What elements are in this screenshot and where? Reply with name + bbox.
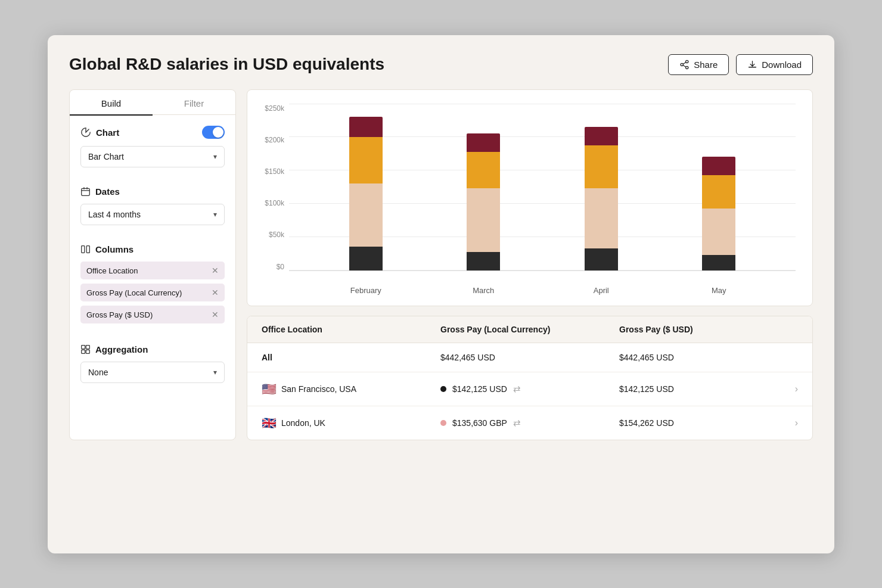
bar-seg-apr-dark	[585, 248, 618, 270]
chart-inner	[289, 104, 796, 271]
header: Global R&D salaries in USD equivalents S…	[69, 54, 813, 75]
content-area: $0 $50k $100k $150k $200k $250k	[247, 89, 813, 440]
bar-seg-may-tan	[702, 209, 735, 255]
svg-rect-5	[82, 188, 90, 195]
column-tag-office-remove[interactable]: ✕	[212, 266, 219, 275]
bar-seg-mar-orange	[467, 152, 500, 189]
share-label: Share	[694, 60, 718, 70]
calendar-icon	[80, 186, 91, 197]
bar-seg-feb-red	[349, 117, 383, 136]
chart-area: $0 $50k $100k $150k $200k $250k	[258, 104, 796, 295]
all-local-value: $442,465 USD	[440, 353, 495, 362]
london-exchange-icon: ⇄	[513, 418, 521, 428]
chart-icon	[80, 127, 91, 138]
x-label-march: March	[467, 286, 500, 295]
bar-april	[585, 127, 618, 270]
app-container: Global R&D salaries in USD equivalents S…	[48, 35, 834, 553]
download-icon	[747, 60, 757, 70]
sf-chevron-right[interactable]: ›	[795, 384, 798, 394]
svg-rect-7	[86, 246, 89, 253]
column-tag-gross-usd-remove[interactable]: ✕	[212, 310, 219, 319]
aggregation-dropdown[interactable]: None ▾	[80, 362, 225, 383]
x-label-april: April	[585, 286, 618, 295]
chart-type-value: Bar Chart	[88, 152, 124, 161]
bar-seg-mar-dark	[467, 252, 500, 270]
london-local-value: $135,630 GBP	[452, 418, 507, 428]
bar-seg-may-red	[702, 157, 735, 175]
svg-line-4	[683, 65, 686, 67]
bars-container	[289, 104, 796, 270]
bar-seg-may-orange	[702, 175, 735, 209]
svg-point-2	[681, 63, 683, 66]
table-row-all[interactable]: All $442,465 USD $442,465 USD	[247, 343, 812, 372]
cell-london-local: $135,630 GBP ⇄	[440, 418, 619, 428]
dates-section: Dates Last 4 months ▾	[70, 176, 235, 225]
svg-line-3	[683, 62, 686, 64]
chart-type-dropdown[interactable]: Bar Chart ▾	[80, 146, 225, 167]
aggregation-section-label: Aggregation	[80, 344, 225, 354]
cell-sf-local: $142,125 USD ⇄	[440, 384, 619, 394]
svg-rect-11	[86, 350, 89, 353]
cell-all-local: $442,465 USD	[440, 353, 619, 362]
london-location-label: London, UK	[281, 418, 325, 428]
aggregation-value: None	[88, 368, 108, 377]
london-dot	[440, 420, 446, 426]
table-row-sf[interactable]: 🇺🇸 San Francisco, USA $142,125 USD ⇄ $14…	[247, 372, 812, 406]
table-card: Office Location Gross Pay (Local Currenc…	[247, 316, 813, 440]
main-layout: Build Filter Chart Bar Chart ▾	[69, 89, 813, 440]
sidebar-tabs: Build Filter	[70, 90, 235, 116]
x-label-february: February	[349, 286, 383, 295]
bar-april-stack	[585, 127, 618, 270]
table-header-row: Office Location Gross Pay (Local Currenc…	[247, 316, 812, 343]
columns-label: Columns	[95, 244, 133, 254]
chart-card: $0 $50k $100k $150k $200k $250k	[247, 89, 813, 306]
dates-chevron: ▾	[213, 210, 217, 219]
column-tag-gross-local-remove[interactable]: ✕	[212, 288, 219, 297]
y-label-250k: $250k	[265, 104, 284, 113]
col-header-location: Office Location	[262, 325, 440, 334]
bar-february-stack	[349, 117, 383, 270]
cell-london-location: 🇬🇧 London, UK	[262, 416, 440, 430]
svg-rect-8	[82, 346, 85, 349]
columns-section: Columns Office Location ✕ Gross Pay (Loc…	[70, 234, 235, 323]
bar-february	[349, 117, 383, 270]
chart-section-label: Chart	[80, 126, 225, 139]
col-header-gross-usd: Gross Pay ($ USD)	[619, 325, 798, 334]
y-label-200k: $200k	[265, 136, 284, 144]
sidebar: Build Filter Chart Bar Chart ▾	[69, 89, 236, 440]
svg-rect-6	[82, 246, 85, 253]
y-label-150k: $150k	[265, 167, 284, 176]
columns-icon	[80, 244, 91, 254]
sf-usd-value: $142,125 USD	[619, 384, 674, 394]
svg-rect-10	[82, 350, 85, 353]
y-label-50k: $50k	[269, 231, 284, 239]
bar-seg-apr-orange	[585, 145, 618, 189]
download-button[interactable]: Download	[736, 54, 813, 75]
london-chevron-right[interactable]: ›	[795, 418, 798, 428]
tab-filter[interactable]: Filter	[153, 90, 235, 116]
bar-seg-mar-tan	[467, 188, 500, 251]
share-icon	[679, 60, 690, 70]
chart-toggle[interactable]	[202, 126, 225, 139]
table-row-london[interactable]: 🇬🇧 London, UK $135,630 GBP ⇄ $154,262 US…	[247, 406, 812, 440]
cell-all-location: All	[262, 353, 440, 362]
cell-sf-location: 🇺🇸 San Francisco, USA	[262, 382, 440, 396]
bar-march	[467, 133, 500, 270]
sf-flag: 🇺🇸	[262, 382, 277, 396]
download-label: Download	[762, 60, 802, 70]
all-label: All	[262, 353, 272, 362]
aggregation-icon	[80, 344, 91, 354]
bar-seg-feb-orange	[349, 137, 383, 183]
aggregation-label: Aggregation	[95, 344, 148, 354]
share-button[interactable]: Share	[668, 54, 729, 75]
bar-seg-may-dark	[702, 255, 735, 270]
tab-build[interactable]: Build	[70, 90, 153, 116]
dates-dropdown[interactable]: Last 4 months ▾	[80, 204, 225, 225]
column-tag-gross-local: Gross Pay (Local Currency) ✕	[80, 284, 225, 301]
y-axis: $0 $50k $100k $150k $200k $250k	[258, 104, 289, 271]
col-header-gross-local: Gross Pay (Local Currency)	[440, 325, 619, 334]
bar-may-stack	[702, 157, 735, 270]
cell-london-usd: $154,262 USD ›	[619, 418, 798, 428]
bar-seg-mar-red	[467, 133, 500, 152]
bar-may	[702, 157, 735, 270]
